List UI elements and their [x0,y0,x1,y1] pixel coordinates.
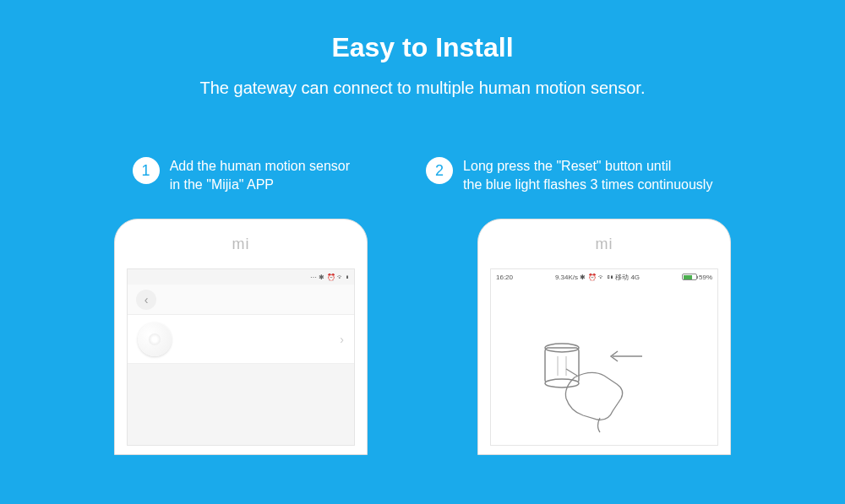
svg-point-2 [545,379,579,387]
status-battery-percent: 59% [699,274,712,281]
mi-logo-icon: mi [596,236,613,253]
status-speed: 9.34K/s [555,274,578,281]
phone-1-navbar: ‹ [128,285,354,315]
step-1-number-badge: 1 [133,157,160,184]
sensor-list-item[interactable]: › [128,315,354,364]
step-2: 2 Long press the "Reset" button until th… [426,157,712,193]
phone-2-screen: 16:20 9.34K/s ✱ ⏰ ᯤ ▯▮ 移动 4G 59% [490,268,718,446]
phone-1-bezel: mi [115,219,367,268]
phone-mockup-1: mi ⋯ ✱ ⏰ ᯤ ▮ ‹ › [114,219,368,455]
steps-container: 1 Add the human motion sensor in the "Mi… [0,157,845,193]
mi-logo-icon: mi [232,236,250,253]
status-network: 4G [630,274,640,281]
reset-illustration [491,327,717,436]
status-time: 16:20 [496,274,513,281]
motion-sensor-icon [138,322,172,356]
battery-icon [682,274,697,280]
step-2-text: Long press the "Reset" button until the … [463,157,712,193]
phone-2-statusbar: 16:20 9.34K/s ✱ ⏰ ᯤ ▯▮ 移动 4G 59% [491,269,717,285]
chevron-left-icon: ‹ [144,293,149,306]
phone-1-screen: ⋯ ✱ ⏰ ᯤ ▮ ‹ › [127,268,355,446]
phone-2-bezel: mi [478,219,730,268]
step-2-number-badge: 2 [426,157,453,184]
chevron-right-icon: › [340,333,344,346]
phone-2-content [491,285,717,446]
phone-mockup-2: mi 16:20 9.34K/s ✱ ⏰ ᯤ ▯▮ 移动 4G 59% [477,219,731,455]
status-icons: ⋯ ✱ ⏰ ᯤ ▮ [310,274,349,281]
phones-row: mi ⋯ ✱ ⏰ ᯤ ▮ ‹ › mi 16:20 [0,219,845,455]
back-button[interactable]: ‹ [136,290,156,310]
status-misc-icons: ✱ ⏰ ᯤ ▯▮ 移动 [580,274,629,281]
phone-1-statusbar: ⋯ ✱ ⏰ ᯤ ▮ [128,269,354,285]
page-subtitle: The gateway can connect to multiple huma… [0,79,845,98]
step-1-text: Add the human motion sensor in the "Miji… [170,157,350,193]
step-1: 1 Add the human motion sensor in the "Mi… [133,157,350,193]
page-title: Easy to Install [0,0,845,63]
